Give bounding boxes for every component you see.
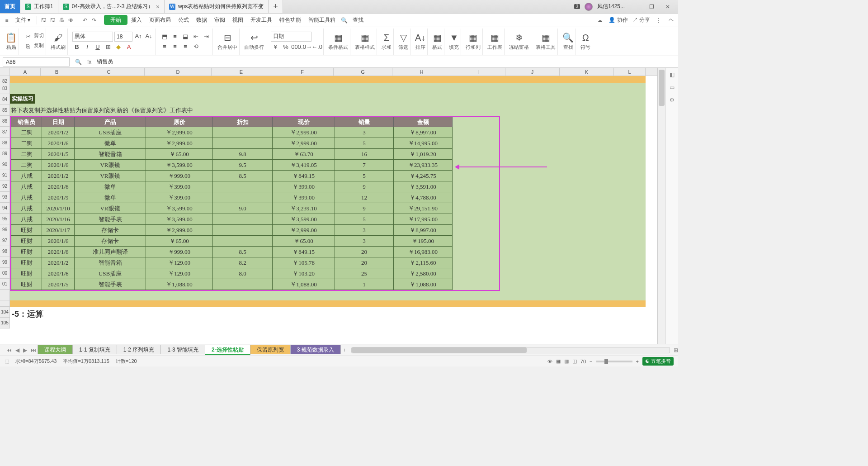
- align-right-icon[interactable]: ≡: [181, 42, 190, 51]
- cell-style-icon[interactable]: ▦: [361, 32, 369, 43]
- column-headers[interactable]: ABCDEFGHIJKL: [0, 68, 657, 76]
- fill-icon[interactable]: ▼: [449, 33, 458, 43]
- row-header[interactable]: 91: [0, 170, 10, 181]
- table-cell[interactable]: ￥8,997.00: [394, 127, 453, 138]
- row-header[interactable]: 89: [0, 148, 10, 159]
- table-cell[interactable]: ￥3,599.00: [146, 203, 213, 214]
- sheet-tab[interactable]: 1-1 复制填充: [72, 345, 117, 354]
- view-break-icon[interactable]: ◫: [572, 358, 577, 364]
- table-cell[interactable]: 2020/1/6: [42, 247, 75, 257]
- sheet-nav-first[interactable]: ⏮: [5, 347, 14, 353]
- grid-toggle-icon[interactable]: ⊞: [674, 347, 678, 353]
- table-cell[interactable]: 二狗: [11, 138, 42, 149]
- table-cell[interactable]: ￥1,019.20: [394, 149, 453, 160]
- table-cell[interactable]: 9.0: [213, 203, 273, 214]
- table-cell[interactable]: ￥399.00: [146, 181, 213, 192]
- ime-indicator[interactable]: ☯ 五笔拼音: [642, 357, 674, 366]
- table-cell[interactable]: ￥3,599.00: [273, 214, 335, 225]
- view-eye-icon[interactable]: 👁: [547, 359, 552, 364]
- menu-公式[interactable]: 公式: [175, 15, 193, 25]
- table-cell[interactable]: 旺财: [11, 268, 42, 279]
- table-cell[interactable]: ￥849.15: [273, 247, 335, 257]
- table-cell[interactable]: [213, 181, 273, 192]
- table-cell[interactable]: ￥2,999.00: [146, 138, 213, 149]
- tab-workbook2[interactable]: S04-高效录入，告...2-3 总结练习）×: [58, 0, 165, 13]
- table-cell[interactable]: 8.5: [213, 247, 273, 257]
- record-icon[interactable]: ⬚: [5, 358, 9, 364]
- formula-input[interactable]: 销售员: [94, 58, 678, 66]
- table-cell[interactable]: ￥195.00: [394, 236, 453, 247]
- indent-right-icon[interactable]: ⇥: [202, 32, 211, 41]
- sheet-tab[interactable]: 2-选择性粘贴: [205, 345, 250, 355]
- find-icon[interactable]: 🔍: [562, 32, 574, 43]
- tab-workbook3[interactable]: Wwps表格粘贴时如何保持原列宽不变: [165, 0, 269, 13]
- view-normal-icon[interactable]: ▦: [556, 358, 561, 364]
- table-cell[interactable]: ￥2,999.00: [146, 127, 213, 138]
- table-cell[interactable]: ￥23,933.35: [394, 160, 453, 171]
- font-name-select[interactable]: 黑体: [72, 32, 113, 42]
- row-header[interactable]: [0, 300, 10, 307]
- table-cell[interactable]: 二狗: [11, 127, 42, 138]
- table-cell[interactable]: 旺财: [11, 236, 42, 247]
- more-icon[interactable]: ⋮: [655, 16, 663, 24]
- table-cell[interactable]: 3: [335, 127, 394, 138]
- table-cell[interactable]: 二狗: [11, 149, 42, 160]
- print-icon[interactable]: 🖶: [58, 16, 66, 24]
- align-center-icon[interactable]: ≡: [170, 42, 179, 51]
- add-sheet-button[interactable]: +: [341, 347, 348, 353]
- row-header[interactable]: 97: [0, 235, 10, 246]
- table-cell[interactable]: 2020/1/5: [42, 149, 75, 160]
- col-header-H[interactable]: H: [392, 68, 451, 76]
- close-window-icon[interactable]: ✕: [662, 4, 674, 10]
- view-page-icon[interactable]: ▥: [564, 358, 569, 364]
- table-cell[interactable]: [213, 214, 273, 225]
- name-box[interactable]: A86: [3, 57, 70, 67]
- sheet-nav-last[interactable]: ⏭: [29, 347, 38, 353]
- sort-icon[interactable]: A↓: [415, 33, 425, 43]
- menu-特色功能[interactable]: 特色功能: [276, 15, 305, 25]
- minimize-icon[interactable]: —: [629, 4, 641, 10]
- table-cell[interactable]: ￥4,788.00: [394, 192, 453, 203]
- increase-font-icon[interactable]: A↑: [134, 32, 143, 41]
- col-header-G[interactable]: G: [334, 68, 392, 76]
- vertical-scrollbar[interactable]: [657, 68, 665, 344]
- table-cell[interactable]: ￥103.20: [273, 268, 335, 279]
- menu-file[interactable]: 文件 ▾: [12, 14, 34, 26]
- row-header[interactable]: 86: [0, 116, 10, 127]
- cut-icon[interactable]: ✂: [24, 32, 33, 41]
- table-cell[interactable]: 9: [335, 181, 394, 192]
- chevron-up-icon[interactable]: ヘ: [667, 16, 675, 24]
- align-bottom-icon[interactable]: ⬓: [181, 32, 190, 41]
- table-cell[interactable]: 2020/1/17: [42, 225, 75, 236]
- table-cell[interactable]: [213, 236, 273, 247]
- save-icon[interactable]: 🖫: [40, 16, 48, 24]
- restore-icon[interactable]: ❐: [646, 4, 657, 10]
- menu-页面布局[interactable]: 页面布局: [146, 15, 175, 25]
- row-header[interactable]: 82: [0, 76, 10, 83]
- col-header-A[interactable]: A: [10, 68, 41, 76]
- table-cell[interactable]: ￥129.00: [146, 268, 213, 279]
- table-cell[interactable]: ￥129.00: [146, 257, 213, 268]
- table-cell[interactable]: 八戒: [11, 192, 42, 203]
- menu-插入[interactable]: 插入: [127, 15, 146, 25]
- table-cell[interactable]: ￥399.00: [273, 192, 335, 203]
- font-size-select[interactable]: 18: [114, 32, 132, 42]
- row-header[interactable]: 104: [0, 307, 10, 318]
- cond-format-icon[interactable]: ▦: [334, 32, 343, 43]
- table-cell[interactable]: ￥65.00: [273, 236, 335, 247]
- table-cell[interactable]: [213, 127, 273, 138]
- undo-icon[interactable]: ↶: [81, 16, 89, 24]
- panel-toggle-icon[interactable]: ◧: [670, 71, 675, 78]
- wrap-icon[interactable]: ↩: [250, 32, 258, 43]
- table-cell[interactable]: ￥2,115.60: [394, 257, 453, 268]
- table-cell[interactable]: 2020/1/2: [42, 127, 75, 138]
- row-header[interactable]: 90: [0, 159, 10, 170]
- table-cell[interactable]: 存储卡: [75, 236, 146, 247]
- table-cell[interactable]: 八戒: [11, 171, 42, 181]
- panel-settings-icon[interactable]: ⚙: [670, 97, 675, 103]
- table-cell[interactable]: 1: [335, 279, 394, 290]
- row-header[interactable]: 93: [0, 192, 10, 203]
- table-cell[interactable]: 2020/1/10: [42, 203, 75, 214]
- table-cell[interactable]: 3: [335, 236, 394, 247]
- table-cell[interactable]: ￥16,983.00: [394, 247, 453, 257]
